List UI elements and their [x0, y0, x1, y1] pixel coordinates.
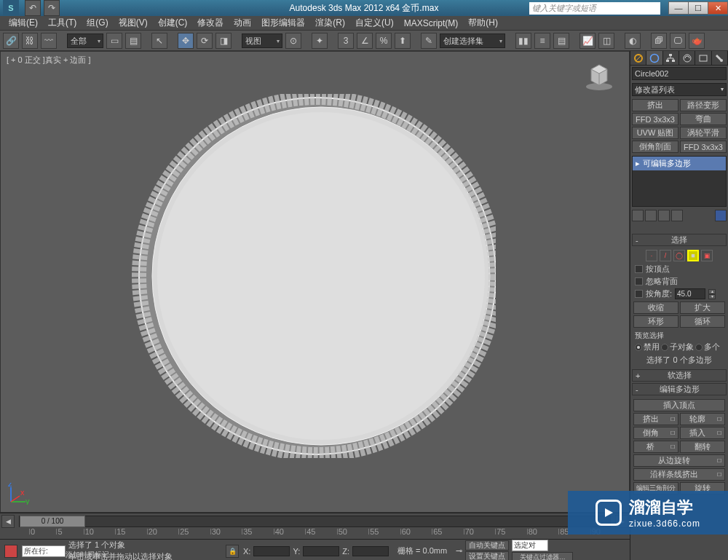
- tab-display[interactable]: [695, 51, 711, 65]
- pivot-icon[interactable]: ⊙: [285, 33, 301, 49]
- mod-pathdeform-button[interactable]: 路径变形: [680, 99, 727, 111]
- object-name-field[interactable]: Circle002: [632, 67, 727, 80]
- render-setup-icon[interactable]: 🗊: [651, 33, 667, 49]
- mirror-icon[interactable]: ▮▮: [515, 33, 531, 49]
- by-angle-checkbox[interactable]: [635, 290, 643, 298]
- insert-vertex-button[interactable]: 插入顶点: [633, 399, 725, 411]
- mod-uvw-button[interactable]: UVW 贴图: [632, 127, 678, 139]
- link-icon[interactable]: 🔗: [3, 33, 19, 49]
- by-vertex-checkbox[interactable]: [635, 265, 643, 273]
- rendered-frame-icon[interactable]: 🖵: [670, 33, 686, 49]
- named-sel-dropdown[interactable]: 创建选择集: [440, 33, 505, 48]
- menu-tools[interactable]: 工具(T): [44, 17, 81, 29]
- shrink-button[interactable]: 收缩: [633, 301, 678, 314]
- material-editor-icon[interactable]: ◐: [625, 33, 641, 49]
- key-mode-dropdown[interactable]: 选定对: [512, 540, 548, 551]
- extrude-spline-button[interactable]: 沿样条线挤出☐: [633, 468, 725, 481]
- select-by-name-icon[interactable]: ▤: [125, 33, 141, 49]
- preview-none-radio[interactable]: [635, 344, 642, 351]
- timeslider-prev-icon[interactable]: ◀: [1, 515, 15, 528]
- angle-snap-icon[interactable]: ∠: [357, 33, 373, 49]
- viewcube-icon[interactable]: [584, 60, 614, 91]
- tab-motion[interactable]: [679, 51, 695, 65]
- mod-bend-button[interactable]: 弯曲: [680, 113, 727, 125]
- modifier-stack[interactable]: ▸ 可编辑多边形: [632, 156, 727, 207]
- mod-ffd2-button[interactable]: FFD 3x3x3: [680, 141, 727, 153]
- tab-modify[interactable]: [646, 51, 662, 65]
- help-search-input[interactable]: 键入关键字或短语: [529, 2, 660, 15]
- close-button[interactable]: ✕: [708, 1, 728, 15]
- time-tag-icon[interactable]: ⊸: [456, 546, 462, 556]
- rollout-soft-selection-header[interactable]: +软选择: [632, 369, 727, 382]
- tab-create[interactable]: [630, 51, 646, 65]
- z-field[interactable]: [352, 546, 389, 556]
- subobj-element-icon[interactable]: ▣: [701, 250, 713, 261]
- y-field[interactable]: [303, 546, 339, 556]
- show-end-result-icon[interactable]: [645, 210, 657, 221]
- ring-button[interactable]: 环形: [633, 315, 678, 328]
- layers-icon[interactable]: ▤: [553, 33, 569, 49]
- angle-spinner[interactable]: 45.0: [675, 288, 705, 299]
- percent-snap-icon[interactable]: %: [376, 33, 392, 49]
- menu-group[interactable]: 组(G): [82, 17, 112, 29]
- time-slider[interactable]: 0 / 100: [19, 516, 611, 527]
- minimize-button[interactable]: —: [668, 1, 689, 15]
- move-icon[interactable]: ✥: [178, 33, 194, 49]
- menu-graph-editors[interactable]: 图形编辑器: [257, 17, 309, 29]
- snap-toggle-icon[interactable]: 3: [338, 33, 354, 49]
- loop-button[interactable]: 循环: [680, 315, 725, 328]
- inset-button[interactable]: 插入☐: [680, 427, 725, 439]
- maximize-button[interactable]: ☐: [688, 1, 708, 15]
- schematic-view-icon[interactable]: ◫: [598, 33, 614, 49]
- scale-icon[interactable]: ◨: [215, 33, 232, 49]
- preview-subobj-radio[interactable]: [661, 344, 668, 351]
- mod-extrude-button[interactable]: 挤出: [632, 99, 678, 111]
- angle-spinner-arrows[interactable]: ▴▾: [708, 289, 716, 299]
- outline-button[interactable]: 轮廓☐: [680, 413, 725, 425]
- time-slider-thumb[interactable]: 0 / 100: [20, 516, 85, 527]
- rotate-icon[interactable]: ⟳: [197, 33, 213, 49]
- edit-named-sel-icon[interactable]: ✎: [421, 33, 437, 49]
- mod-ffd-button[interactable]: FFD 3x3x3: [632, 113, 678, 125]
- auto-key-button[interactable]: 自动关键点: [465, 540, 509, 551]
- configure-sets-icon[interactable]: [715, 210, 727, 221]
- menu-help[interactable]: 帮助(H): [464, 17, 502, 29]
- menu-animation[interactable]: 动画: [229, 17, 256, 29]
- subobj-polygon-icon[interactable]: ■: [687, 250, 699, 261]
- tab-hierarchy[interactable]: [663, 51, 679, 65]
- qat-undo[interactable]: ↶: [25, 0, 41, 16]
- ref-coord-dropdown[interactable]: 视图: [242, 33, 282, 48]
- spinner-snap-icon[interactable]: ⬆: [395, 33, 411, 49]
- align-icon[interactable]: ≡: [534, 33, 550, 49]
- mod-bevelprofile-button[interactable]: 倒角剖面: [632, 141, 678, 153]
- menu-modifiers[interactable]: 修改器: [193, 17, 228, 29]
- set-key-button[interactable]: 设置关键点: [465, 551, 509, 560]
- mod-turbosmooth-button[interactable]: 涡轮平滑: [680, 127, 727, 139]
- modifier-list-dropdown[interactable]: 修改器列表: [632, 83, 727, 96]
- grow-button[interactable]: 扩大: [680, 301, 725, 314]
- preview-multi-radio[interactable]: [695, 344, 703, 351]
- bind-space-warp-icon[interactable]: 〰: [41, 33, 57, 49]
- select-object-icon[interactable]: ▭: [106, 33, 122, 49]
- menu-create[interactable]: 创建(C): [154, 17, 192, 29]
- script-listener-icon[interactable]: [4, 545, 17, 558]
- remove-modifier-icon[interactable]: [671, 210, 683, 221]
- lock-selection-icon[interactable]: 🔒: [226, 545, 239, 558]
- hinge-button[interactable]: 从边旋转☐: [633, 454, 725, 467]
- pin-stack-icon[interactable]: [632, 210, 644, 221]
- extrude-button[interactable]: 挤出☐: [633, 413, 678, 425]
- location-dropdown[interactable]: 所在行:: [22, 545, 66, 557]
- select-manipulate-icon[interactable]: ✦: [312, 33, 328, 49]
- menu-rendering[interactable]: 渲染(R): [311, 17, 349, 29]
- subobj-edge-icon[interactable]: /: [660, 250, 671, 261]
- key-filter-button[interactable]: 关键点过滤器…: [512, 552, 573, 560]
- subobj-border-icon[interactable]: ◯: [673, 250, 685, 261]
- make-unique-icon[interactable]: [658, 210, 670, 221]
- unlink-icon[interactable]: ⛓: [22, 33, 38, 49]
- rollout-selection-header[interactable]: -选择: [632, 234, 727, 246]
- menu-maxscript[interactable]: MAXScript(M): [400, 18, 463, 28]
- add-time-tag[interactable]: 添加时间标记: [66, 550, 109, 560]
- qat-redo[interactable]: ↷: [44, 0, 60, 16]
- ignore-back-checkbox[interactable]: [635, 277, 643, 285]
- tab-utilities[interactable]: [712, 51, 728, 65]
